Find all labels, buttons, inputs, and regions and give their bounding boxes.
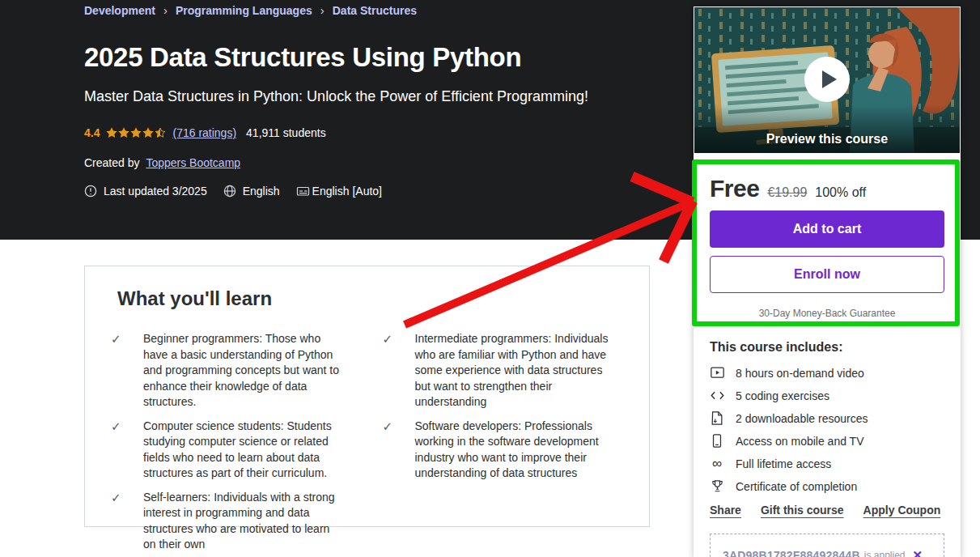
learn-item: ✓ Beginner programmers: Those who have a… xyxy=(111,331,346,410)
last-updated-label: Last updated 3/2025 xyxy=(104,185,207,198)
download-file-icon xyxy=(710,411,724,425)
course-includes-title: This course includes: xyxy=(710,340,842,355)
preview-course-label: Preview this course xyxy=(694,132,960,147)
check-icon: ✓ xyxy=(383,419,396,434)
list-item-label: Certificate of completion xyxy=(736,480,857,493)
course-includes-list: 8 hours on-demand video 5 coding exercis… xyxy=(710,365,868,494)
globe-icon xyxy=(223,185,236,198)
list-item-label: Access on mobile and TV xyxy=(736,435,864,448)
course-subtitle: Master Data Structures in Python: Unlock… xyxy=(84,88,667,105)
list-item: Certificate of completion xyxy=(710,478,868,494)
learn-item: ✓ Software developers: Professionals wor… xyxy=(383,419,617,482)
current-price: Free xyxy=(710,175,759,202)
money-back-guarantee: 30-Day Money-Back Guarantee xyxy=(694,308,961,319)
coupon-status: is applied xyxy=(864,550,906,557)
created-by-row: Created by Toppers Bootcamp xyxy=(84,156,240,169)
students-count: 41,911 students xyxy=(246,126,326,139)
list-item-label: 8 hours on-demand video xyxy=(736,367,864,380)
list-item: 2 downloadable resources xyxy=(710,410,868,426)
list-item: 5 coding exercises xyxy=(710,388,868,403)
enroll-now-button[interactable]: Enroll now xyxy=(710,256,944,293)
what-youll-learn-card: What you'll learn ✓ Beginner programmers… xyxy=(84,266,650,527)
chevron-right-icon: › xyxy=(163,3,168,17)
add-to-cart-button[interactable]: Add to cart xyxy=(710,210,944,248)
ratings-count-link[interactable]: (716 ratings) xyxy=(172,126,236,139)
code-icon xyxy=(710,390,724,401)
learn-items-grid: ✓ Beginner programmers: Those who have a… xyxy=(111,331,617,553)
star-rating-icon xyxy=(106,127,166,138)
breadcrumb-link-development[interactable]: Development xyxy=(84,4,155,17)
coupon-code: 3AD98B1782F88492844B xyxy=(723,549,860,557)
list-item: 8 hours on-demand video xyxy=(710,365,868,381)
check-icon: ✓ xyxy=(111,419,124,434)
learn-item: ✓ Computer science students: Students st… xyxy=(111,419,346,482)
purchase-card: Preview this course Free €19.99 100% off… xyxy=(694,6,961,557)
captions-label: English [Auto] xyxy=(312,185,382,198)
list-item-label: Full lifetime access xyxy=(736,457,831,470)
chevron-right-icon: › xyxy=(320,3,325,17)
learn-item-text: Software developers: Professionals worki… xyxy=(415,419,617,482)
list-item: ∞ Full lifetime access xyxy=(710,456,868,471)
page-title: 2025 Data Structures Using Python xyxy=(84,42,667,73)
card-links-row: Share Gift this course Apply Coupon xyxy=(710,504,940,517)
discount-label: 100% off xyxy=(815,185,866,200)
created-by-label: Created by xyxy=(84,156,139,169)
alert-circle-icon xyxy=(84,185,97,198)
trophy-icon xyxy=(710,479,724,493)
last-updated: Last updated 3/2025 xyxy=(84,185,207,198)
course-captions: English [Auto] xyxy=(296,185,382,198)
play-button[interactable] xyxy=(804,57,850,102)
learn-item-text: Computer science students: Students stud… xyxy=(143,419,346,482)
instructor-link[interactable]: Toppers Bootcamp xyxy=(146,156,240,169)
gift-course-link[interactable]: Gift this course xyxy=(761,504,844,517)
share-link[interactable]: Share xyxy=(710,504,741,517)
breadcrumb-link-programming-languages[interactable]: Programming Languages xyxy=(176,4,312,17)
learn-item: ✓ Self-learners: Individuals with a stro… xyxy=(111,490,346,553)
learn-item: ✓ Intermediate programmers: Individuals … xyxy=(383,331,617,410)
apply-coupon-link[interactable]: Apply Coupon xyxy=(863,504,941,517)
mobile-icon xyxy=(710,434,724,448)
check-icon: ✓ xyxy=(111,331,124,347)
course-preview[interactable]: Preview this course xyxy=(694,7,960,153)
learn-item-text: Beginner programmers: Those who have a b… xyxy=(143,331,346,410)
course-language: English xyxy=(223,185,280,198)
breadcrumb: Development › Programming Languages › Da… xyxy=(84,3,417,17)
course-meta-row: Last updated 3/2025 English English [Aut… xyxy=(84,185,382,198)
language-label: English xyxy=(243,185,280,198)
check-icon: ✓ xyxy=(383,331,396,347)
list-item: Access on mobile and TV xyxy=(710,433,868,449)
learn-item-text: Intermediate programmers: Individuals wh… xyxy=(415,331,617,410)
infinity-icon: ∞ xyxy=(710,457,724,470)
breadcrumb-link-data-structures[interactable]: Data Structures xyxy=(333,4,417,17)
price-row: Free €19.99 100% off xyxy=(710,175,866,202)
ondemand-video-icon xyxy=(710,367,724,379)
check-icon: ✓ xyxy=(111,490,124,505)
list-item-label: 2 downloadable resources xyxy=(736,412,868,425)
list-item-label: 5 coding exercises xyxy=(736,389,829,402)
rating-value: 4.4 xyxy=(84,126,100,139)
play-icon xyxy=(822,70,837,88)
applied-coupon-box: 3AD98B1782F88492844B is applied ✕ xyxy=(710,534,944,557)
original-price: €19.99 xyxy=(767,185,807,200)
closed-caption-icon xyxy=(296,185,310,198)
rating-row: 4.4 (716 ratings) 41,911 students xyxy=(84,126,326,139)
learn-item-text: Self-learners: Individuals with a strong… xyxy=(143,490,346,553)
what-youll-learn-title: What you'll learn xyxy=(117,287,617,310)
remove-coupon-icon[interactable]: ✕ xyxy=(912,548,934,557)
